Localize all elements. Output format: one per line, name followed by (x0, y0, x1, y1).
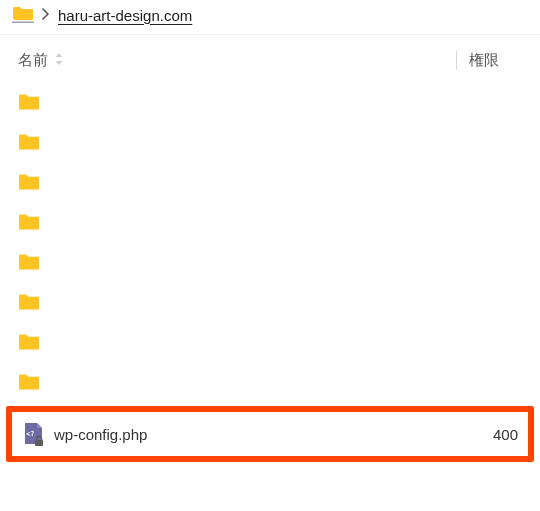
breadcrumb: haru-art-design.com (0, 0, 540, 35)
file-list (0, 80, 540, 402)
folder-icon (18, 93, 46, 111)
root-folder-icon[interactable] (12, 6, 34, 24)
chevron-right-icon (42, 7, 50, 23)
svg-text:<?: <? (26, 430, 34, 438)
folder-icon (18, 213, 46, 231)
file-name: wp-config.php (50, 426, 448, 443)
list-item[interactable] (0, 242, 540, 282)
svg-rect-2 (35, 440, 43, 446)
folder-icon (18, 373, 46, 391)
column-headers: 名前 権限 (0, 35, 540, 80)
highlighted-row: <? wp-config.php 400 (6, 406, 534, 462)
column-name-label: 名前 (18, 51, 48, 70)
column-perm-label: 権限 (469, 51, 499, 68)
list-item[interactable] (0, 202, 540, 242)
folder-icon (18, 173, 46, 191)
list-item[interactable] (0, 122, 540, 162)
list-item[interactable] (0, 282, 540, 322)
folder-icon (18, 133, 46, 151)
sort-indicator-icon (54, 52, 64, 69)
folder-icon (18, 293, 46, 311)
breadcrumb-domain[interactable]: haru-art-design.com (58, 7, 192, 24)
svg-rect-0 (12, 22, 34, 24)
file-permission: 400 (448, 426, 518, 443)
list-item[interactable] (0, 322, 540, 362)
list-item[interactable]: <? wp-config.php 400 (12, 412, 528, 456)
list-item[interactable] (0, 82, 540, 122)
list-item[interactable] (0, 362, 540, 402)
list-item[interactable] (0, 162, 540, 202)
php-file-icon: <? (22, 422, 50, 446)
column-perm-header[interactable]: 権限 (456, 51, 528, 70)
column-name-header[interactable]: 名前 (18, 51, 456, 70)
folder-icon (18, 253, 46, 271)
folder-icon (18, 333, 46, 351)
